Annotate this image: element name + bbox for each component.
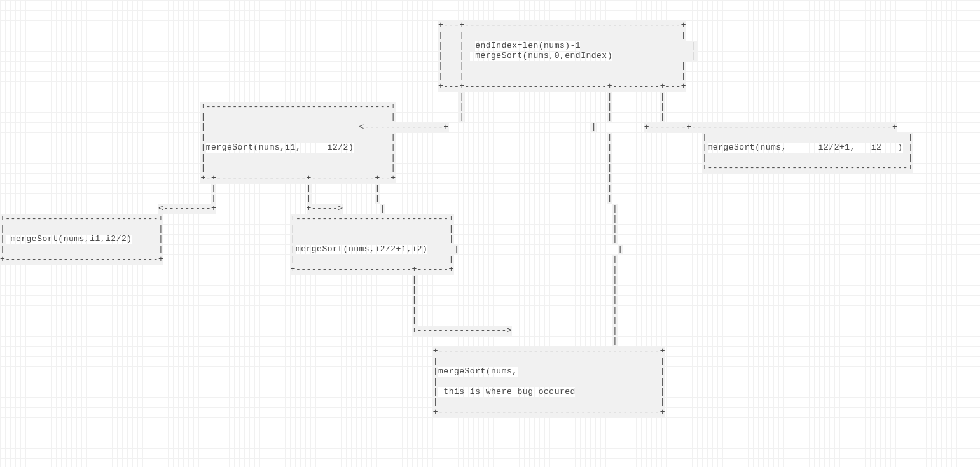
- bug-line1: mergeSort(nums,: [438, 366, 518, 376]
- root-line1: endIndex=len(nums)-1: [475, 41, 581, 50]
- left-child-label: mergeSort(nums,i1, i2/2): [206, 143, 354, 152]
- left-right-label: mergeSort(nums,i2/2+1,i2): [296, 244, 428, 254]
- root-line2: mergeSort(nums,0,endIndex): [475, 51, 612, 60]
- ascii-diagram: +---+-----------------------------------…: [0, 0, 913, 417]
- bug-line2: this is where bug occured: [443, 387, 576, 396]
- left-left-label: mergeSort(nums,i1,i2/2): [11, 234, 132, 244]
- right-child-label: mergeSort(nums, i2/2+1, i2 ): [707, 143, 902, 152]
